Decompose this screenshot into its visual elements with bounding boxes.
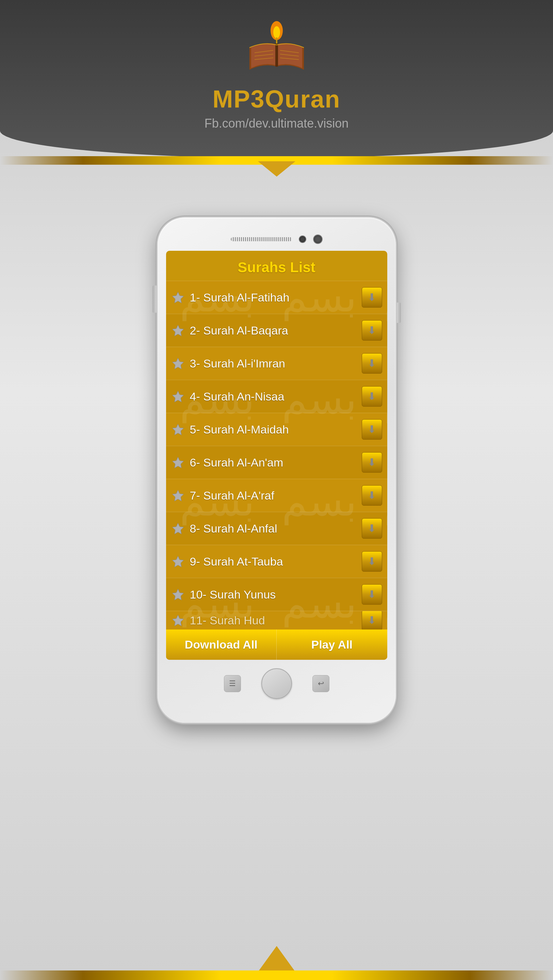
surah-name: 2- Surah Al-Baqara bbox=[190, 324, 362, 337]
favorite-star-icon[interactable] bbox=[171, 291, 185, 304]
favorite-star-icon[interactable] bbox=[171, 588, 185, 601]
download-arrow-icon: ⬇ bbox=[368, 292, 376, 302]
download-button[interactable]: ⬇ bbox=[362, 287, 382, 308]
download-arrow-icon: ⬇ bbox=[368, 490, 376, 501]
favorite-star-icon[interactable] bbox=[171, 614, 185, 627]
back-button[interactable]: ☰ bbox=[224, 675, 241, 692]
download-arrow-icon: ⬇ bbox=[368, 556, 376, 566]
download-all-button[interactable]: Download All bbox=[166, 630, 277, 660]
download-arrow-icon: ⬇ bbox=[368, 523, 376, 533]
phone-screen: Surahs List 1- Surah Al-Fatihah ⬇ bbox=[166, 251, 387, 660]
back-icon: ☰ bbox=[229, 679, 236, 688]
surah-name: 5- Surah Al-Maidah bbox=[190, 423, 362, 436]
surah-list: 1- Surah Al-Fatihah ⬇ 2- Surah Al-Baqara… bbox=[166, 281, 387, 630]
phone-top-bar bbox=[166, 229, 387, 251]
favorite-star-icon[interactable] bbox=[171, 390, 185, 403]
download-arrow-icon: ⬇ bbox=[368, 615, 376, 625]
favorite-star-icon[interactable] bbox=[171, 423, 185, 436]
download-arrow-icon: ⬇ bbox=[368, 391, 376, 401]
surah-item[interactable]: 4- Surah An-Nisaa ⬇ bbox=[166, 380, 387, 413]
favorite-star-icon[interactable] bbox=[171, 522, 185, 535]
surah-name: 1- Surah Al-Fatihah bbox=[190, 291, 362, 304]
svg-marker-13 bbox=[172, 391, 183, 402]
app-title: MP3Quran bbox=[212, 85, 340, 113]
surah-name: 6- Surah Al-An'am bbox=[190, 456, 362, 469]
recent-apps-icon: ↩ bbox=[318, 679, 324, 688]
svg-marker-16 bbox=[172, 490, 183, 501]
app-header: MP3Quran Fb.com/dev.ultimate.vision bbox=[0, 0, 553, 177]
surah-item[interactable]: 1- Surah Al-Fatihah ⬇ bbox=[166, 281, 387, 314]
power-button[interactable] bbox=[397, 302, 401, 323]
download-arrow-icon: ⬇ bbox=[368, 424, 376, 434]
volume-button[interactable] bbox=[153, 285, 156, 313]
download-button[interactable]: ⬇ bbox=[362, 485, 382, 506]
surah-name: 7- Surah Al-A'raf bbox=[190, 489, 362, 502]
download-button[interactable]: ⬇ bbox=[362, 551, 382, 572]
surah-item[interactable]: 3- Surah Al-i'Imran ⬇ bbox=[166, 347, 387, 380]
header-background: MP3Quran Fb.com/dev.ultimate.vision bbox=[0, 0, 553, 158]
front-camera bbox=[313, 234, 323, 244]
surah-item[interactable]: 6- Surah Al-An'am ⬇ bbox=[166, 446, 387, 479]
gold-ribbon-top bbox=[0, 156, 553, 177]
download-button[interactable]: ⬇ bbox=[362, 452, 382, 473]
svg-rect-3 bbox=[275, 43, 278, 67]
download-arrow-icon: ⬇ bbox=[368, 589, 376, 600]
svg-marker-18 bbox=[172, 556, 183, 567]
download-button[interactable]: ⬇ bbox=[362, 320, 382, 340]
download-arrow-icon: ⬇ bbox=[368, 358, 376, 369]
bottom-ribbon bbox=[0, 936, 553, 980]
surah-name: 10- Surah Yunus bbox=[190, 588, 362, 601]
favorite-star-icon[interactable] bbox=[171, 356, 185, 370]
surah-item[interactable]: 5- Surah Al-Maidah ⬇ bbox=[166, 413, 387, 446]
download-button[interactable]: ⬇ bbox=[362, 518, 382, 539]
recent-apps-button[interactable]: ↩ bbox=[312, 675, 330, 692]
speaker-grill bbox=[231, 237, 292, 241]
surah-item[interactable]: 7- Surah Al-A'raf ⬇ bbox=[166, 479, 387, 512]
favorite-star-icon[interactable] bbox=[171, 488, 185, 502]
surah-item[interactable]: 2- Surah Al-Baqara ⬇ bbox=[166, 314, 387, 347]
download-button[interactable]: ⬇ bbox=[362, 386, 382, 407]
surah-name: 11- Surah Hud bbox=[190, 614, 362, 627]
download-arrow-icon: ⬇ bbox=[368, 457, 376, 468]
home-button[interactable] bbox=[261, 668, 292, 699]
download-button[interactable]: ⬇ bbox=[362, 353, 382, 374]
favorite-star-icon[interactable] bbox=[171, 456, 185, 469]
phone-device: Surahs List 1- Surah Al-Fatihah ⬇ bbox=[158, 218, 396, 723]
svg-point-1 bbox=[273, 26, 280, 38]
screen-title: Surahs List bbox=[166, 251, 387, 281]
surah-name: 8- Surah Al-Anfal bbox=[190, 522, 362, 535]
svg-marker-20 bbox=[172, 615, 183, 626]
download-button[interactable]: ⬇ bbox=[362, 584, 382, 605]
surah-name: 3- Surah Al-i'Imran bbox=[190, 357, 362, 370]
surah-name: 4- Surah An-Nisaa bbox=[190, 390, 362, 403]
phone-bottom-bar: ☰ ↩ bbox=[166, 660, 387, 702]
download-arrow-icon: ⬇ bbox=[368, 325, 376, 336]
surah-item[interactable]: 10- Surah Yunus ⬇ bbox=[166, 578, 387, 611]
download-button[interactable]: ⬇ bbox=[362, 611, 382, 630]
svg-marker-14 bbox=[172, 424, 183, 435]
svg-marker-19 bbox=[172, 589, 183, 600]
surah-item[interactable]: 8- Surah Al-Anfal ⬇ bbox=[166, 512, 387, 545]
app-subtitle: Fb.com/dev.ultimate.vision bbox=[204, 116, 349, 130]
screen-action-buttons: Download All Play All bbox=[166, 630, 387, 660]
svg-marker-17 bbox=[172, 523, 183, 534]
sensor bbox=[299, 235, 306, 243]
svg-marker-10 bbox=[172, 292, 183, 303]
surah-name: 9- Surah At-Tauba bbox=[190, 555, 362, 568]
svg-marker-11 bbox=[172, 325, 183, 336]
download-button[interactable]: ⬇ bbox=[362, 419, 382, 440]
svg-marker-15 bbox=[172, 457, 183, 468]
surah-item[interactable]: 9- Surah At-Tauba ⬇ bbox=[166, 545, 387, 578]
svg-marker-12 bbox=[172, 358, 183, 369]
quran-book-icon bbox=[243, 21, 311, 75]
favorite-star-icon[interactable] bbox=[171, 555, 185, 568]
surah-item[interactable]: 11- Surah Hud ⬇ bbox=[166, 611, 387, 630]
favorite-star-icon[interactable] bbox=[171, 324, 185, 337]
phone-wrapper: Surahs List 1- Surah Al-Fatihah ⬇ bbox=[158, 218, 396, 723]
play-all-button[interactable]: Play All bbox=[277, 630, 387, 660]
